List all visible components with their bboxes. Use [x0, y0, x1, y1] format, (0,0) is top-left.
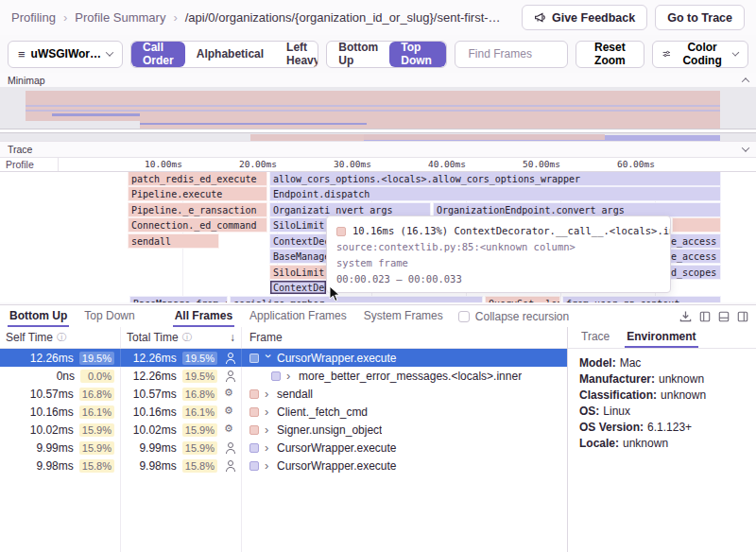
breadcrumb-transaction: /api/0/organizations/{organization_id_or…	[185, 10, 501, 25]
expand-caret-icon[interactable]	[263, 354, 275, 364]
frame-name: CursorWrapper.execute	[277, 459, 397, 473]
expand-caret-icon[interactable]	[265, 423, 274, 436]
sort-descending-icon[interactable]: ↓	[230, 331, 235, 344]
expand-caret-icon[interactable]	[265, 459, 274, 472]
flame-frame[interactable]: BaseManage_from_c	[269, 249, 327, 264]
minimap-canvas[interactable]	[0, 87, 756, 141]
tab-trace[interactable]: Trace	[579, 327, 611, 348]
axis-tick: 10.00ms	[145, 159, 182, 169]
flame-frame[interactable]: Pipeline.execute	[128, 186, 267, 201]
sort-alphabetical-button[interactable]: Alphabetical	[185, 42, 275, 67]
axis-tick: 50.00ms	[523, 159, 560, 169]
megaphone-icon	[534, 11, 546, 24]
expand-caret-icon[interactable]	[265, 388, 274, 400]
self-time-header[interactable]: Self Time ⓘ	[0, 327, 121, 348]
total-pct-value: 15.9%	[182, 423, 217, 437]
table-row[interactable]: 9.98ms15.8% 9.98ms15.8% CursorWrapper.ex…	[0, 457, 567, 474]
flame-frame[interactable]: SiloLimit._>.over	[269, 217, 327, 233]
bottom-tab-bar: Bottom Up Top Down All Frames Applicatio…	[0, 305, 756, 327]
direction-bottom-up-button[interactable]: Bottom Up	[327, 42, 389, 67]
color-coding-dropdown[interactable]: Color Coding	[652, 41, 748, 68]
tooltip-time-range: 00:00.023 — 00:00.033	[336, 271, 661, 287]
self-pct-value: 19.5%	[79, 352, 114, 365]
flame-frame-selected[interactable]: ContextDec_als>.i	[269, 280, 327, 295]
collapse-recursion-control[interactable]: Collapse recursion	[458, 310, 569, 323]
flame-frame[interactable]: Connection._ed_command	[128, 217, 267, 233]
flame-frame[interactable]: Endpoint.dispatch	[269, 186, 721, 201]
tab-system-frames[interactable]: System Frames	[362, 305, 445, 327]
table-row[interactable]: 9.99ms15.9% 9.99ms15.9% CursorWrapper.ex…	[0, 439, 567, 457]
collapse-recursion-checkbox[interactable]	[458, 311, 470, 322]
reset-zoom-button[interactable]: Reset Zoom	[576, 41, 645, 68]
flame-frame[interactable]: SiloLimit._>.over	[269, 265, 327, 280]
bottom-panel: Bottom Up Top Down All Frames Applicatio…	[0, 304, 756, 552]
mouse-cursor	[329, 285, 342, 302]
total-pct-value: 19.5%	[182, 370, 217, 383]
table-row[interactable]: 0ns0.0% 12.26ms19.5% more_better_error_m…	[0, 367, 567, 385]
total-time-label: Total Time	[127, 331, 179, 344]
flame-frame[interactable]: Pipeline._e_ransaction	[128, 202, 267, 217]
table-row[interactable]: 10.16ms16.1% 10.16ms16.1% Client._fetch_…	[0, 403, 567, 421]
expand-caret-icon[interactable]	[265, 405, 274, 418]
layout-right-panel-icon[interactable]	[737, 311, 748, 322]
flamegraph-canvas[interactable]: patch_redis_ed_execute allow_cors_option…	[0, 172, 756, 302]
total-time-header[interactable]: Total Time ⓘ ↓	[121, 327, 242, 348]
tab-environment[interactable]: Environment	[625, 327, 697, 348]
flame-frame[interactable]	[672, 217, 721, 233]
go-to-trace-button[interactable]: Go to Trace	[655, 5, 745, 30]
total-time-value: 9.98ms	[139, 459, 176, 473]
flame-frame[interactable]: patch_redis_ed_execute	[128, 172, 267, 186]
breadcrumb-profile-summary[interactable]: Profile Summary	[75, 10, 165, 25]
flame-frame[interactable]: sendall	[128, 233, 219, 249]
frame-color-swatch	[249, 354, 259, 363]
thread-selector-dropdown[interactable]: ≡ uWSGIWor…	[8, 41, 123, 68]
flame-frame[interactable]: ContextDec_als>.i	[269, 233, 327, 249]
frame-color-swatch	[249, 407, 259, 417]
collapse-trace-icon[interactable]	[742, 144, 749, 151]
direction-top-down-button[interactable]: Top Down	[389, 42, 445, 67]
give-feedback-button[interactable]: Give Feedback	[522, 5, 647, 30]
tab-application-frames[interactable]: Application Frames	[248, 305, 349, 327]
self-time-value: 12.26ms	[30, 352, 74, 365]
minimap-block	[605, 135, 720, 141]
info-icon[interactable]: ⓘ	[182, 331, 192, 344]
tab-all-frames[interactable]: All Frames	[173, 305, 234, 327]
tab-top-down[interactable]: Top Down	[82, 305, 136, 327]
env-model: Model:Mac	[579, 355, 745, 371]
layout-bottom-panel-icon[interactable]	[718, 311, 730, 322]
table-row[interactable]: 12.26ms19.5% 12.26ms19.5% CursorWrapper.…	[0, 349, 567, 367]
details-tab-bar: Trace Environment	[568, 327, 756, 349]
minimap-viewport[interactable]	[0, 129, 756, 133]
sort-left-heavy-button[interactable]: Left Heavy	[275, 42, 318, 67]
direction-segmented-control: Bottom Up Top Down	[326, 41, 446, 68]
table-row[interactable]: 10.57ms16.8% 10.57ms16.8% sendall	[0, 385, 567, 403]
flame-frame[interactable]: serialize_member	[230, 296, 483, 302]
flame-frame[interactable]: QuerySet._len	[485, 296, 560, 302]
frame-name: CursorWrapper.execute	[277, 352, 397, 365]
flame-frame[interactable]: from_user_rq_context	[562, 296, 721, 302]
download-icon[interactable]	[679, 310, 692, 322]
expand-caret-icon[interactable]	[265, 441, 274, 454]
expand-caret-icon[interactable]	[286, 370, 296, 382]
system-frame-icon	[223, 388, 235, 400]
tab-bottom-up[interactable]: Bottom Up	[8, 305, 69, 327]
application-frame-icon	[223, 441, 235, 454]
axis-tick: 60.00ms	[617, 159, 655, 169]
info-icon[interactable]: ⓘ	[57, 331, 66, 344]
table-row[interactable]: 10.02ms15.9% 10.02ms15.9% Signer.unsign_…	[0, 421, 567, 439]
reset-zoom-label: Reset Zoom	[586, 41, 635, 67]
axis-tick: 40.00ms	[428, 159, 466, 169]
breadcrumb-profiling[interactable]: Profiling	[11, 10, 56, 25]
collapse-minimap-icon[interactable]	[742, 78, 749, 85]
frame-color-swatch	[249, 461, 259, 471]
sort-call-order-button[interactable]: Call Order	[131, 42, 185, 67]
minimap-header: Minimap	[0, 73, 756, 87]
flame-frame[interactable]: allow_cors_options.<locals>.allow_cors_o…	[269, 172, 721, 186]
layout-left-panel-icon[interactable]	[699, 311, 711, 322]
self-pct-value: 15.9%	[79, 423, 114, 437]
find-frames-search[interactable]: ⓘ	[455, 41, 568, 68]
frame-color-swatch	[271, 371, 281, 381]
frame-header[interactable]: Frame	[242, 327, 567, 348]
flame-frame[interactable]: BaseManage_from_cache	[129, 296, 228, 302]
self-time-value: 9.99ms	[36, 441, 73, 455]
